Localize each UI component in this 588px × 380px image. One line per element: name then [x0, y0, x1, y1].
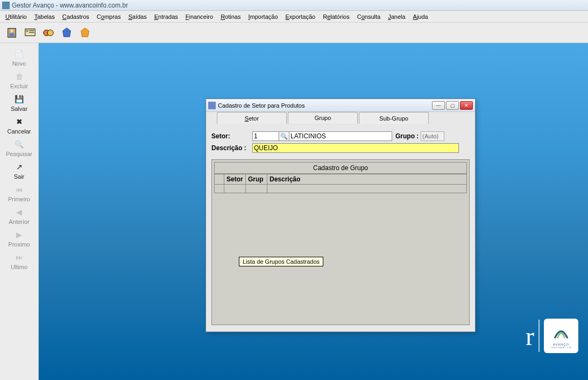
proximo-icon: ▶ [14, 229, 25, 240]
col-blank [215, 174, 224, 185]
excluir-icon: 🗑 [14, 71, 25, 82]
svg-point-1 [10, 29, 13, 32]
sidebar-cancelar[interactable]: ✖Cancelar [0, 114, 38, 137]
menu-ajuda[interactable]: Ajuda [413, 13, 428, 20]
ultimo-icon: ⏭ [14, 252, 25, 263]
sidebar-primeiro: ⏮Primeiro [0, 182, 38, 205]
tab-grupo[interactable]: Grupo [288, 112, 358, 124]
table-title: Cadastro de Grupo [214, 162, 467, 174]
tab-subgrupo[interactable]: Sub-Grupo [359, 112, 429, 124]
col-grup: Grup [246, 174, 267, 185]
main-toolbar [0, 23, 588, 43]
descricao-label: Descrição : [211, 144, 252, 152]
table-row[interactable] [215, 185, 467, 193]
pesquisar-icon: 🔍 [14, 139, 25, 150]
sidebar: 📄Novo🗑Excluir💾Salvar✖Cancelar🔍Pesquisar↗… [0, 43, 39, 380]
menu-cadastros[interactable]: Cadastros [62, 13, 89, 20]
sidebar-salvar[interactable]: 💾Salvar [0, 92, 38, 114]
menu-importacao[interactable]: Importação [248, 13, 278, 20]
toolbar-btn-4[interactable] [59, 25, 74, 40]
sidebar-label: Novo [12, 60, 26, 67]
logo-box: AVANÇO INFORMATICA [544, 319, 578, 353]
sidebar-excluir: 🗑Excluir [0, 69, 38, 92]
sidebar-novo: 📄Novo [0, 46, 38, 69]
sidebar-label: Pesquisar [6, 151, 32, 157]
sidebar-anterior: ◀Anterior [0, 205, 38, 227]
close-button[interactable]: ✕ [460, 101, 473, 110]
cancelar-icon: ✖ [14, 116, 25, 127]
app-icon [2, 2, 10, 9]
menu-saidas[interactable]: Saídas [128, 13, 146, 20]
col-descricao: Descrição [267, 174, 467, 185]
menu-tabelas[interactable]: Tabelas [34, 13, 55, 20]
sidebar-label: Salvar [11, 105, 27, 112]
svg-rect-6 [29, 32, 34, 33]
form-area: Setor: 🔍 Grupo : (Auto) Descrição : Cada… [206, 125, 475, 332]
anterior-icon: ◀ [14, 207, 25, 217]
grupo-grid[interactable]: Setor Grup Descrição [214, 174, 467, 193]
menu-entradas[interactable]: Entradas [154, 13, 178, 20]
child-window-title: Cadastro de Setor para Produtos [218, 102, 304, 109]
maximize-button[interactable]: ▢ [446, 101, 459, 110]
app-title: Gestor Avanço - www.avancoinfo.com.br [12, 2, 128, 9]
svg-marker-9 [63, 27, 71, 37]
table-wrap: Cadastro de Grupo Setor Grup Descrição [211, 159, 470, 325]
svg-marker-10 [81, 27, 89, 37]
svg-rect-2 [9, 33, 14, 36]
child-window-icon [208, 102, 216, 109]
menu-janela[interactable]: Janela [388, 13, 405, 20]
sidebar-pesquisar: 🔍Pesquisar [0, 137, 38, 159]
svg-rect-5 [29, 30, 34, 31]
tab-setor[interactable]: Setor [217, 112, 287, 124]
sidebar-label: Anterior [9, 219, 30, 225]
grupo-label: Grupo : [395, 132, 419, 140]
svg-rect-4 [26, 30, 29, 32]
menu-relatorios[interactable]: Relatórios [323, 13, 350, 20]
setor-label: Setor: [211, 132, 252, 140]
toolbar-btn-5[interactable] [77, 25, 93, 40]
sidebar-label: Primeiro [8, 196, 30, 202]
toolbar-btn-3[interactable] [41, 25, 56, 40]
sidebar-label: Ultimo [11, 264, 27, 270]
toolbar-btn-1[interactable] [4, 25, 19, 40]
search-icon: 🔍 [280, 133, 288, 140]
sidebar-label: Proximo [8, 241, 30, 248]
menu-exportacao[interactable]: Exportação [286, 13, 316, 20]
menu-compras[interactable]: Compras [97, 13, 121, 20]
descricao-input[interactable] [252, 143, 459, 153]
grupo-value: (Auto) [421, 131, 444, 141]
minimize-button[interactable]: — [432, 101, 445, 110]
primeiro-icon: ⏮ [14, 184, 25, 195]
sidebar-label: Cancelar [7, 128, 31, 135]
menu-utilitario[interactable]: Utilitário [5, 13, 27, 20]
mdi-area: Cadastro de Setor para Produtos — ▢ ✕ Se… [39, 43, 588, 380]
logo-letter: r [526, 321, 534, 351]
sidebar-label: Sair [14, 173, 25, 180]
child-titlebar: Cadastro de Setor para Produtos — ▢ ✕ [206, 99, 475, 112]
logo-divider [539, 320, 540, 352]
logo-sub: INFORMATICA [551, 346, 571, 349]
logo-swirl-icon [552, 323, 570, 342]
svg-point-8 [47, 30, 53, 36]
setor-code-input[interactable] [252, 131, 279, 141]
tooltip: Lista de Grupos Cadastrados [239, 257, 323, 266]
main-titlebar: Gestor Avanço - www.avancoinfo.com.br [0, 0, 588, 11]
menu-financeiro[interactable]: Financeiro [186, 13, 213, 20]
sair-icon: ↗ [14, 161, 25, 172]
sidebar-label: Excluir [10, 83, 28, 89]
menu-rotinas[interactable]: Rotinas [221, 13, 240, 20]
novo-icon: 📄 [14, 48, 25, 59]
child-window: Cadastro de Setor para Produtos — ▢ ✕ Se… [206, 98, 476, 332]
logo-area: r AVANÇO INFORMATICA [526, 319, 578, 353]
sidebar-ultimo: ⏭Ultimo [0, 250, 38, 272]
search-setor-button[interactable]: 🔍 [279, 131, 289, 141]
menubar: Utilitário Tabelas Cadastros Compras Saí… [0, 11, 588, 23]
salvar-icon: 💾 [14, 94, 25, 104]
sidebar-sair[interactable]: ↗Sair [0, 159, 38, 182]
sidebar-proximo: ▶Proximo [0, 227, 38, 250]
col-setor: Setor [224, 174, 246, 185]
setor-name-input[interactable] [289, 131, 392, 141]
menu-consulta[interactable]: Consulta [357, 13, 380, 20]
toolbar-btn-2[interactable] [23, 25, 38, 40]
tabs-row: Setor Grupo Sub-Grupo [206, 112, 475, 125]
